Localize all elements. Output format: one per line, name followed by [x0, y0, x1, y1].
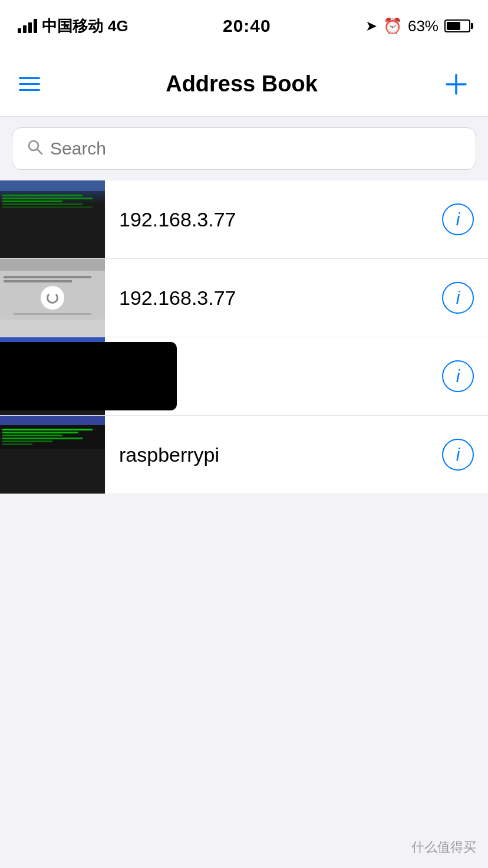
- list-item[interactable]: raspberrypi i: [0, 416, 488, 494]
- empty-area: [0, 494, 488, 868]
- item-label-1: 192.168.3.77: [119, 208, 236, 231]
- menu-line-3: [19, 89, 40, 91]
- menu-line-1: [19, 77, 40, 79]
- menu-line-2: [19, 83, 40, 85]
- page-title: Address Book: [166, 71, 318, 97]
- search-icon: [27, 139, 43, 159]
- carrier-label: 中国移动: [42, 16, 103, 37]
- signal-bar-2: [23, 25, 27, 33]
- alarm-icon: ⏰: [383, 17, 402, 35]
- thumb-line: [2, 203, 83, 205]
- item-thumbnail-2: [0, 259, 105, 337]
- item-thumbnail-1: [0, 180, 105, 258]
- search-bar: [12, 127, 476, 170]
- battery-icon: [444, 19, 470, 32]
- status-time: 20:40: [223, 16, 271, 36]
- thumb-line: [2, 195, 83, 196]
- svg-point-2: [29, 141, 38, 150]
- item-thumbnail-4: [0, 416, 105, 494]
- thumb-content: [0, 191, 105, 212]
- thumb-line: [2, 198, 93, 199]
- info-button-3[interactable]: i: [442, 360, 474, 392]
- search-input[interactable]: [50, 139, 461, 159]
- thumb-line: [2, 200, 62, 202]
- list-item[interactable]: 192.168.3.77 i: [0, 180, 488, 259]
- search-container: [0, 117, 488, 180]
- svg-line-3: [38, 149, 42, 154]
- battery-container: [444, 19, 470, 32]
- status-right: ➤ ⏰ 63%: [365, 17, 470, 35]
- status-bar: 中国移动 4G 20:40 ➤ ⏰ 63%: [0, 0, 488, 52]
- status-left: 中国移动 4G: [18, 16, 128, 37]
- plus-icon: [444, 73, 468, 96]
- signal-bar-4: [34, 19, 37, 33]
- battery-fill: [447, 22, 460, 30]
- list-item[interactable]: 192.168.3.77 i: [0, 259, 488, 337]
- list-item[interactable]: i: [0, 337, 488, 416]
- address-list: 192.168.3.77 i 192.168.3.77 i: [0, 180, 488, 494]
- item-label-4: raspberrypi: [119, 443, 219, 466]
- info-button-1[interactable]: i: [442, 203, 474, 235]
- add-button[interactable]: [443, 71, 469, 97]
- signal-bars: [18, 19, 37, 33]
- item-content-4: raspberrypi i: [105, 439, 488, 471]
- thumb-bar: [0, 180, 105, 191]
- nav-bar: Address Book: [0, 52, 488, 117]
- network-type: 4G: [108, 17, 128, 35]
- battery-percent: 63%: [408, 17, 438, 35]
- info-button-4[interactable]: i: [442, 439, 474, 471]
- redacted-overlay: [0, 342, 177, 410]
- item-content-2: 192.168.3.77 i: [105, 282, 488, 314]
- signal-bar-1: [18, 28, 21, 33]
- item-content-1: 192.168.3.77 i: [105, 203, 488, 235]
- info-button-2[interactable]: i: [442, 282, 474, 314]
- item-label-2: 192.168.3.77: [119, 287, 236, 310]
- thumb-line: [2, 206, 93, 208]
- signal-bar-3: [28, 22, 32, 33]
- location-icon: ➤: [365, 18, 377, 34]
- watermark: 什么值得买: [411, 839, 476, 856]
- menu-button[interactable]: [19, 77, 40, 91]
